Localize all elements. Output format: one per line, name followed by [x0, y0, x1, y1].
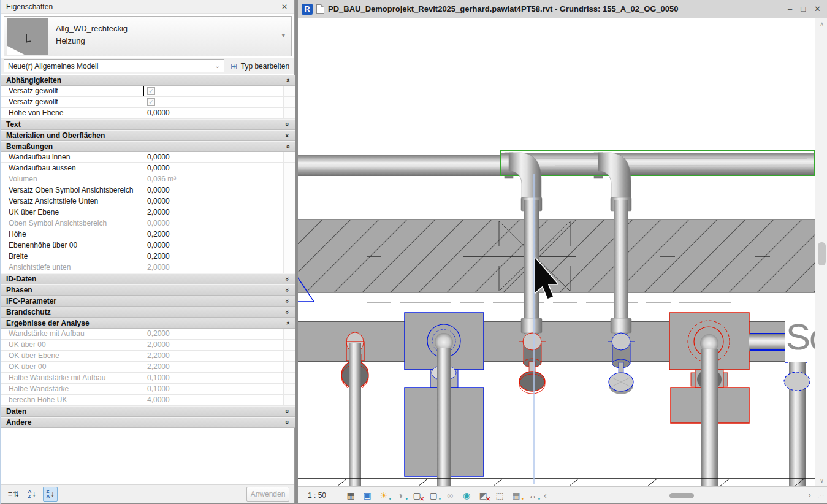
checkbox[interactable]: ✓ — [147, 98, 155, 106]
section-header-id-daten[interactable]: ID-Daten» — [1, 273, 295, 284]
checkbox[interactable]: ✓ — [147, 87, 155, 95]
property-value[interactable]: 0,1000 — [143, 384, 283, 394]
crop-view-icon[interactable]: ▢✕ — [411, 489, 423, 502]
fixture-2-blue[interactable] — [405, 313, 484, 486]
expand-icon[interactable]: » — [284, 286, 291, 294]
sort-arrow: ↓ — [50, 490, 54, 498]
property-value[interactable]: 2,0000 — [143, 207, 283, 218]
section-header-text[interactable]: Text» — [1, 119, 295, 130]
section-header-abhängigkeiten[interactable]: Abhängigkeiten» — [1, 75, 295, 86]
vertical-scrollbar[interactable]: ∧ ∨ — [815, 18, 827, 486]
scroll-up-icon[interactable]: ∧ — [815, 21, 827, 27]
property-value[interactable]: 4,0000 — [143, 395, 283, 405]
properties-titlebar[interactable]: Eigenschaften ✕ — [1, 0, 294, 14]
type-selector[interactable]: Allg_WD_rechteckig Heizung ▾ — [4, 16, 292, 56]
horizontal-scrollbar[interactable] — [555, 491, 800, 500]
reveal-constraints-icon[interactable]: ↔• — [527, 489, 539, 502]
temporary-hide-isolate-icon[interactable]: ∞ — [444, 489, 456, 502]
chevron-right-icon[interactable]: › — [808, 490, 811, 500]
property-value[interactable]: 0,2000 — [143, 229, 283, 240]
property-value[interactable]: 0,0000 — [143, 218, 283, 229]
section-header-materialien-und-oberflächen[interactable]: Materialien und Oberflächen» — [1, 130, 295, 141]
view-titlebar[interactable]: R PD_BAU_Demoprojekt_Revit2025_gerhard.p… — [298, 0, 827, 18]
apply-button[interactable]: Anwenden — [246, 487, 289, 502]
collapse-icon[interactable]: » — [284, 143, 291, 150]
property-row: Versatz gewollt✓ — [1, 97, 295, 108]
property-label: Wandaufbau aussen — [1, 163, 143, 174]
horizontal-scrollbar-thumb[interactable] — [669, 493, 694, 498]
temporary-view-properties-icon[interactable]: ⬚ — [494, 489, 506, 502]
expand-icon[interactable]: » — [284, 132, 291, 139]
selected-duct-stub[interactable] — [749, 334, 786, 351]
expand-icon[interactable]: » — [284, 275, 291, 283]
fixture-5-red[interactable] — [669, 313, 749, 486]
property-value[interactable]: 0,2000 — [143, 329, 283, 339]
restore-icon[interactable]: □ — [801, 5, 806, 13]
detail-level-icon[interactable]: ▦ — [345, 489, 357, 502]
show-analytical-model-icon[interactable]: ▦• — [510, 489, 522, 502]
expand-icon[interactable]: » — [284, 297, 291, 305]
sort-settings-icon[interactable]: ≡⇅ — [6, 487, 21, 502]
property-value[interactable]: 2,0000 — [143, 340, 283, 350]
vertical-scrollbar-thumb[interactable] — [818, 242, 826, 265]
resize-grip[interactable]: .:: — [818, 493, 825, 500]
worksharing-display-icon-overlay: ✕ — [486, 496, 490, 502]
show-crop-region-icon[interactable]: ▢• — [427, 489, 440, 502]
property-value[interactable]: ✓ — [143, 97, 283, 107]
fixture-6-blue[interactable] — [784, 362, 810, 486]
property-value[interactable]: ✓ — [143, 86, 283, 96]
reveal-hidden-elements-icon[interactable]: ◉ — [460, 489, 473, 502]
expand-icon[interactable]: » — [284, 121, 291, 128]
visual-style-icon[interactable]: ▣ — [361, 489, 373, 502]
close-icon[interactable]: ✕ — [280, 2, 289, 11]
section-label: Andere — [6, 418, 31, 427]
section-header-phasen[interactable]: Phasen» — [1, 284, 295, 296]
property-value[interactable]: 0,036 m³ — [143, 174, 283, 185]
chevron-left-icon[interactable]: ‹ — [544, 491, 547, 500]
pipe-riser-2[interactable] — [611, 197, 631, 334]
view-scale[interactable]: 1 : 50 — [308, 491, 336, 500]
property-value[interactable]: 0,1000 — [143, 373, 283, 383]
chevron-down-icon[interactable]: ▾ — [281, 31, 285, 39]
minimize-icon[interactable]: – — [788, 5, 792, 13]
view-control-icons: ▦▣☀•◑•▢✕▢•∞◉◩✕⬚▦•↔• — [345, 489, 539, 502]
edit-type-button[interactable]: ⊞ Typ bearbeiten — [228, 59, 292, 72]
section-header-bemaßungen[interactable]: Bemaßungen» — [1, 141, 295, 152]
sort-descending-icon[interactable]: ZA↓ — [43, 487, 58, 502]
section-header-daten[interactable]: Daten» — [1, 406, 295, 417]
property-value[interactable]: 0,0000 — [143, 152, 283, 162]
worksharing-display-icon[interactable]: ◩✕ — [477, 489, 489, 502]
instance-select[interactable]: Neue(r) Allgemeines Modell ⌄ — [4, 59, 224, 72]
property-value[interactable]: 0,0000 — [143, 185, 283, 196]
type-preview-image — [7, 18, 48, 55]
property-value[interactable]: 0,0000 — [143, 108, 283, 118]
scroll-down-icon[interactable]: ∨ — [815, 478, 827, 484]
collapse-icon[interactable]: » — [284, 319, 291, 327]
property-value[interactable]: 0,0000 — [143, 240, 283, 251]
sun-path-icon[interactable]: ☀• — [378, 489, 390, 502]
section-label: IFC-Parameter — [6, 297, 56, 305]
property-value[interactable]: 0,0000 — [143, 163, 283, 174]
shadows-icon[interactable]: ◑• — [394, 489, 406, 502]
selected-pipe-run[interactable] — [501, 151, 814, 175]
property-row: Halbe Wandstärke0,1000 — [1, 384, 295, 395]
expand-icon[interactable]: » — [284, 419, 291, 426]
row-side-cell — [283, 163, 295, 174]
row-side-cell — [283, 86, 295, 96]
instance-select-value: Neue(r) Allgemeines Modell — [8, 62, 98, 71]
close-icon[interactable]: ✕ — [814, 5, 821, 13]
property-value[interactable]: 2,2000 — [143, 351, 283, 361]
section-header-andere[interactable]: Andere» — [1, 417, 295, 428]
expand-icon[interactable]: » — [284, 308, 291, 316]
section-header-brandschutz[interactable]: Brandschutz» — [1, 307, 295, 318]
section-header-ergebnisse-der-analyse[interactable]: Ergebnisse der Analyse» — [1, 318, 295, 329]
drawing-canvas[interactable]: Sc — [298, 18, 815, 486]
property-value[interactable]: 2,2000 — [143, 362, 283, 372]
expand-icon[interactable]: » — [284, 408, 291, 415]
property-value[interactable]: 2,0000 — [143, 262, 283, 273]
property-value[interactable]: 0,0000 — [143, 196, 283, 207]
collapse-icon[interactable]: » — [284, 77, 291, 84]
property-value[interactable]: 0,2000 — [143, 251, 283, 262]
sort-ascending-icon[interactable]: AZ↓ — [25, 487, 39, 502]
section-header-ifc-parameter[interactable]: IFC-Parameter» — [1, 296, 295, 307]
